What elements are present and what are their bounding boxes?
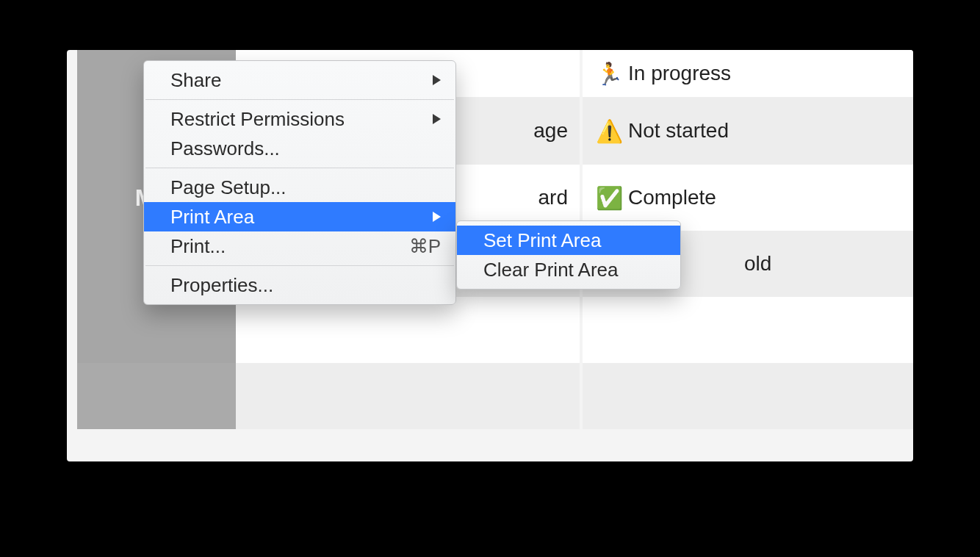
menu-separator [145,265,454,266]
menu-label: Share [170,69,433,92]
menu-label: Set Print Area [483,229,666,252]
row-header [77,297,236,363]
table-cell[interactable] [236,297,580,363]
table-cell[interactable] [813,363,913,429]
menu-item-properties[interactable]: Properties... [144,270,455,300]
chevron-right-icon [433,114,441,124]
table-cell[interactable] [813,297,913,363]
status-cell[interactable]: 🏃 In progress [583,50,813,97]
table-cell[interactable] [236,363,580,429]
menu-item-print-area[interactable]: Print Area [144,202,455,231]
chevron-right-icon [433,212,441,222]
spreadsheet-canvas: Mor 🏃 In progress age ⚠️ Not started ard… [77,50,913,461]
menu-label: Passwords... [170,137,441,160]
runner-icon: 🏃 [594,61,624,87]
menu-label: Print... [170,235,409,258]
menu-shortcut: ⌘P [409,235,441,258]
table-cell[interactable] [583,297,813,363]
menu-item-restrict-permissions[interactable]: Restrict Permissions [144,104,455,134]
menu-label: Restrict Permissions [170,108,433,131]
cell-text: ard [538,186,568,209]
menu-label: Page Setup... [170,176,441,199]
menu-separator [145,168,454,168]
table-cell[interactable] [813,231,913,297]
status-text: Complete [628,186,716,209]
table-cell[interactable] [813,97,913,165]
menu-item-print[interactable]: Print... ⌘P [144,231,455,261]
screenshot-frame: Mor 🏃 In progress age ⚠️ Not started ard… [67,50,913,461]
submenu-item-clear-print-area[interactable]: Clear Print Area [457,255,680,284]
status-text-fragment: old [744,252,771,276]
menu-item-passwords[interactable]: Passwords... [144,134,455,163]
status-text: Not started [628,119,729,143]
menu-item-share[interactable]: Share [144,65,455,95]
table-cell[interactable] [813,50,913,97]
status-text: In progress [628,62,731,85]
table-cell[interactable] [813,165,913,231]
context-submenu-print-area: Set Print Area Clear Print Area [456,220,681,290]
context-menu: Share Restrict Permissions Passwords... … [143,60,456,305]
cell-text: age [533,119,568,143]
row-header [77,363,236,429]
status-cell[interactable]: ⚠️ Not started [583,97,813,165]
warning-icon: ⚠️ [594,118,624,144]
table-cell[interactable] [583,363,813,429]
menu-label: Clear Print Area [483,259,666,281]
check-icon: ✅ [594,185,624,211]
menu-item-page-setup[interactable]: Page Setup... [144,173,455,202]
menu-label: Properties... [170,274,441,297]
chevron-right-icon [433,75,441,85]
menu-label: Print Area [170,206,433,229]
menu-separator [145,99,454,100]
submenu-item-set-print-area[interactable]: Set Print Area [457,226,680,255]
